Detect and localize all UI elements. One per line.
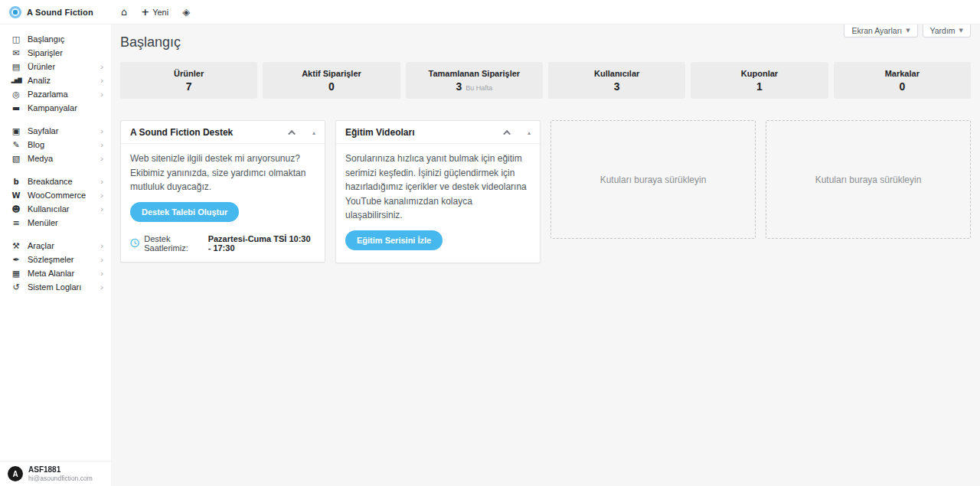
sidebar-item-medya[interactable]: ▧ Medya › (0, 152, 111, 165)
new-content-button[interactable]: + Yeni (141, 7, 168, 17)
sidebar-item-meta-alanlar[interactable]: ▦ Meta Alanlar › (0, 266, 111, 280)
stat-value: 3 (614, 80, 620, 93)
chevron-right-icon: › (100, 141, 103, 149)
chevron-right-icon: › (100, 256, 103, 264)
training-videos-title: Eğitim Videoları (345, 127, 505, 138)
caret-down-icon: ▼ (906, 28, 910, 34)
pages-icon: ▣ (11, 126, 21, 136)
stat-value: 1 (756, 80, 763, 93)
plus-icon: + (141, 7, 149, 17)
chevron-right-icon: › (100, 155, 103, 163)
support-widget-header: A Sound Fiction Destek ▴ (121, 121, 325, 144)
support-widget-title: A Sound Fiction Destek (130, 127, 290, 138)
dropzone-label: Kutuları buraya sürükleyin (600, 175, 707, 185)
stat-value: 0 (328, 80, 335, 93)
sidebar-item-woocommerce[interactable]: W WooCommerce › (0, 188, 111, 202)
stat-box[interactable]: Markalar 0 (834, 62, 971, 99)
current-user-card[interactable]: A ASF1881 hi@asoundfiction.com (0, 461, 111, 486)
move-up-icon[interactable]: ▴ (528, 129, 531, 136)
chevron-right-icon: › (100, 63, 103, 71)
marketing-icon: ◎ (11, 90, 21, 99)
campaigns-icon: ▬ (11, 103, 21, 113)
stat-label: Markalar (885, 69, 920, 78)
wrench-icon: ⚒ (11, 241, 21, 251)
sidebar-item-sipari-ler[interactable]: ✉ Siparişler (0, 46, 111, 60)
home-icon: ⌂ (121, 6, 127, 18)
users-icon: ☻ (11, 204, 21, 214)
meta-fields-icon: ▦ (11, 269, 21, 279)
breakdance-icon: b (11, 178, 21, 186)
support-widget-text: Web sitenizle ilgili destek mi arıyorsun… (130, 152, 315, 194)
site-brand[interactable]: A Sound Fiction (0, 6, 111, 18)
move-up-icon[interactable]: ▴ (312, 129, 315, 136)
create-support-ticket-button[interactable]: Destek Talebi Oluştur (130, 202, 239, 222)
avatar: A (8, 466, 23, 481)
sidebar-item-sayfalar[interactable]: ▣ Sayfalar › (0, 124, 111, 138)
clock-icon (130, 237, 139, 249)
sidebar-item-kampanyalar[interactable]: ▬ Kampanyalar (0, 101, 111, 115)
sidebar-item-sistem-loglar-[interactable]: ↺ Sistem Logları › (0, 280, 111, 294)
breakdance-topbar-button[interactable]: ◈ (182, 6, 190, 18)
sidebar-item-analiz[interactable]: ▂▅▇ Analiz › (0, 73, 111, 87)
sidebar-item-blog[interactable]: ✎ Blog › (0, 138, 111, 152)
stat-label: Kuponlar (741, 69, 778, 78)
sidebar-group-1: ◫ Başlangıç ✉ Siparişler ▤ Ürünler › ▂▅▇… (0, 32, 111, 115)
chevron-right-icon: › (100, 205, 103, 214)
chevron-right-icon: › (100, 77, 103, 85)
new-label: Yeni (152, 8, 168, 17)
screen-options-button[interactable]: Ekran Ayarları ▼ (844, 23, 917, 38)
help-button[interactable]: Yardım ▼ (923, 23, 971, 38)
sidebar-item-breakdance[interactable]: b Breakdance › (0, 175, 111, 188)
stat-box[interactable]: Kuponlar 1 (691, 62, 828, 99)
chevron-right-icon: › (100, 283, 103, 292)
sidebar-item-s-zle-meler[interactable]: ✒ Sözleşmeler › (0, 253, 111, 266)
dashboard-widgets: A Sound Fiction Destek ▴ Web sitenizle i… (120, 120, 971, 263)
stat-value: 3 (456, 80, 462, 93)
woocommerce-icon: W (11, 191, 21, 200)
widget-dropzone-1[interactable]: Kutuları buraya sürükleyin (550, 120, 756, 239)
analytics-icon: ▂▅▇ (11, 77, 21, 83)
main-content: Ekran Ayarları ▼ Yardım ▼ Başlangıç Ürün… (111, 0, 980, 263)
stat-value: 7 (186, 80, 192, 93)
stat-value: 0 (899, 80, 905, 93)
stat-box[interactable]: Aktif Siparişler 0 (263, 62, 400, 99)
training-videos-header: Eğitim Videoları ▴ (336, 121, 540, 144)
watch-training-series-button[interactable]: Eğitim Serisini İzle (345, 230, 443, 250)
sidebar-item-men-ler[interactable]: ≡ Menüler (0, 216, 111, 230)
stat-note: Bu Hafta (466, 84, 492, 92)
products-icon: ▤ (11, 62, 21, 72)
diamond-icon: ◈ (182, 6, 190, 18)
sidebar-item-pazarlama[interactable]: ◎ Pazarlama › (0, 87, 111, 101)
stat-label: Kullanıcılar (594, 69, 639, 78)
topbar-menu: ⌂ + Yeni ◈ (111, 6, 190, 18)
chevron-right-icon: › (100, 242, 103, 250)
sidebar-item--r-nler[interactable]: ▤ Ürünler › (0, 60, 111, 73)
stats-row: Ürünler 7 Aktif Siparişler 0 Tamamlanan … (120, 62, 971, 99)
chevron-right-icon: › (100, 191, 103, 200)
sidebar-group-2: ▣ Sayfalar › ✎ Blog › ▧ Medya › (0, 124, 111, 165)
stat-label: Ürünler (174, 69, 204, 78)
user-email: hi@asoundfiction.com (28, 475, 93, 482)
stat-box[interactable]: Ürünler 7 (120, 62, 257, 99)
sidebar-item-ara-lar[interactable]: ⚒ Araçlar › (0, 239, 111, 253)
site-logo-icon (9, 6, 21, 18)
media-icon: ▧ (11, 154, 21, 164)
stat-label: Aktif Siparişler (302, 69, 361, 78)
sidebar-item-kullan-c-lar[interactable]: ☻ Kullanıcılar › (0, 202, 111, 216)
chevron-right-icon: › (100, 90, 103, 99)
dropzone-label: Kutuları buraya sürükleyin (815, 175, 922, 185)
contracts-icon: ✒ (11, 255, 21, 265)
screen-controls: Ekran Ayarları ▼ Yardım ▼ (844, 23, 971, 38)
home-button[interactable]: ⌂ (121, 6, 127, 18)
sidebar-group-4: ⚒ Araçlar › ✒ Sözleşmeler › ▦ Meta Alanl… (0, 239, 111, 294)
dashboard-icon: ◫ (11, 34, 21, 44)
caret-down-icon: ▼ (959, 28, 963, 34)
stat-label: Tamamlanan Siparişler (429, 69, 521, 78)
stat-box[interactable]: Kullanıcılar 3 (548, 62, 685, 99)
chevron-right-icon: › (100, 127, 103, 135)
sidebar-item-ba-lang-[interactable]: ◫ Başlangıç (0, 32, 111, 46)
stat-box[interactable]: Tamamlanan Siparişler 3 Bu Hafta (406, 62, 543, 99)
widget-dropzone-2[interactable]: Kutuları buraya sürükleyin (766, 120, 971, 239)
chevron-right-icon: › (100, 178, 103, 186)
page-title: Başlangıç (120, 34, 971, 51)
